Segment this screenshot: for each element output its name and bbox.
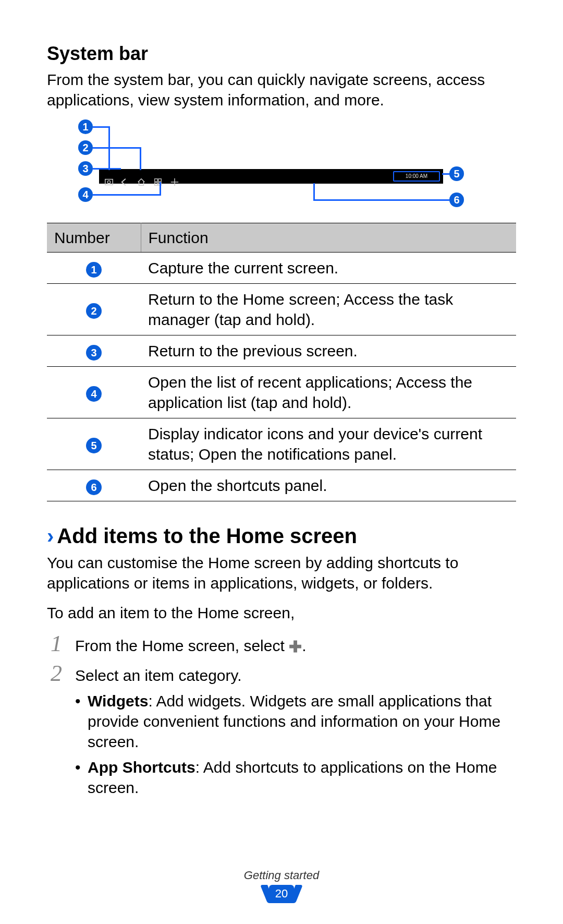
step-number: 2 [47, 662, 66, 685]
table-row: 6 Open the shortcuts panel. [47, 470, 516, 501]
svg-point-1 [107, 181, 110, 183]
heading-add-items: › Add items to the Home screen [47, 522, 516, 549]
fn-desc: Display indicator icons and your device'… [141, 418, 516, 470]
lead-line [313, 183, 315, 201]
step1-text-before: From the Home screen, select [75, 637, 289, 654]
lead-line [442, 173, 449, 175]
recent-apps-icon [153, 171, 164, 182]
system-bar-diagram: 10:00 AM 1 2 3 4 5 6 [78, 119, 464, 213]
table-row: 2 Return to the Home screen; Access the … [47, 283, 516, 335]
step-body: From the Home screen, select ✚. [75, 632, 516, 657]
shortcuts-icon [170, 171, 180, 182]
page-footer: Getting started 20 [0, 868, 563, 903]
back-icon [120, 171, 130, 182]
lead-line [314, 199, 449, 201]
page-number-badge: 20 [269, 885, 294, 903]
bullet-rest: : Add widgets. Widgets are small applica… [88, 692, 500, 750]
table-row: 3 Return to the previous screen. [47, 335, 516, 366]
callout-3: 3 [78, 161, 93, 176]
col-number: Number [47, 223, 141, 252]
function-table: Number Function 1 Capture the current sc… [47, 223, 516, 501]
step-item: 2 Select an item category. Widgets: Add … [47, 662, 516, 803]
num-badge: 6 [86, 479, 102, 495]
step-item: 1 From the Home screen, select ✚. [47, 632, 516, 657]
heading-add-items-text: Add items to the Home screen [57, 522, 357, 549]
table-header-row: Number Function [47, 223, 516, 252]
bullet-label: App Shortcuts [88, 759, 195, 776]
num-badge: 5 [86, 438, 102, 453]
heading-system-bar: System bar [47, 42, 516, 66]
callout-2: 2 [78, 140, 93, 155]
system-bar-strip: 10:00 AM [99, 169, 443, 184]
callout-4: 4 [78, 187, 93, 202]
num-badge: 2 [86, 303, 102, 319]
fn-desc: Return to the Home screen; Access the ta… [141, 283, 516, 335]
lead-line [140, 147, 141, 170]
lead-line [160, 182, 161, 196]
lead-line [93, 168, 121, 170]
capture-icon [104, 171, 115, 182]
add-items-p2: To add an item to the Home screen, [47, 603, 516, 623]
fn-desc: Open the shortcuts panel. [141, 470, 516, 501]
num-badge: 4 [86, 386, 102, 402]
bullet-list: Widgets: Add widgets. Widgets are small … [75, 691, 516, 798]
bullet-item: App Shortcuts: Add shortcuts to applicat… [75, 757, 516, 798]
col-function: Function [141, 223, 516, 252]
fn-desc: Open the list of recent applications; Ac… [141, 366, 516, 418]
system-bar-intro: From the system bar, you can quickly nav… [47, 69, 516, 110]
fn-desc: Capture the current screen. [141, 252, 516, 283]
svg-rect-3 [158, 178, 161, 181]
lead-line [93, 194, 161, 196]
lead-line [93, 147, 141, 149]
step2-text: Select an item category. [75, 667, 242, 684]
step1-text-after: . [302, 637, 306, 654]
svg-rect-0 [105, 179, 113, 185]
svg-rect-2 [155, 178, 157, 181]
steps-list: 1 From the Home screen, select ✚. 2 Sele… [47, 632, 516, 803]
home-icon [137, 171, 147, 182]
chevron-icon: › [47, 525, 54, 546]
num-badge: 3 [86, 345, 102, 361]
callout-6: 6 [449, 193, 464, 207]
svg-rect-4 [155, 183, 157, 185]
callout-1: 1 [78, 119, 93, 134]
bullet-item: Widgets: Add widgets. Widgets are small … [75, 691, 516, 752]
num-badge: 1 [86, 262, 102, 278]
table-row: 1 Capture the current screen. [47, 252, 516, 283]
bullet-label: Widgets [88, 692, 148, 710]
footer-chapter: Getting started [0, 868, 563, 883]
add-items-p1: You can customise the Home screen by add… [47, 553, 516, 593]
plus-icon: ✚ [289, 637, 302, 657]
table-row: 5 Display indicator icons and your devic… [47, 418, 516, 470]
step-body: Select an item category. Widgets: Add wi… [75, 662, 516, 803]
fn-desc: Return to the previous screen. [141, 335, 516, 366]
callout-5: 5 [449, 166, 464, 181]
step-number: 1 [47, 632, 66, 655]
lead-line [93, 126, 109, 128]
table-row: 4 Open the list of recent applications; … [47, 366, 516, 418]
status-area: 10:00 AM [393, 171, 440, 182]
